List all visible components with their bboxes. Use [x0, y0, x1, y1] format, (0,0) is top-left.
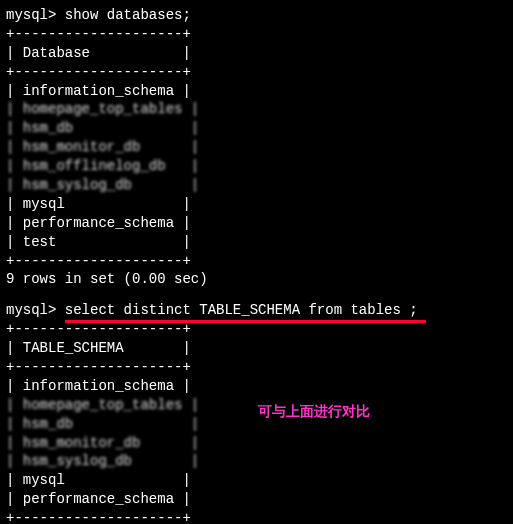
- prompt-line-1[interactable]: mysql> show databases;: [6, 6, 507, 25]
- table1-row: | hsm_offlinelog_db |: [6, 157, 507, 176]
- table1-row: | performance_schema |: [6, 214, 507, 233]
- command-2-text: select distinct TABLE_SCHEMA from tables…: [65, 301, 418, 320]
- table1-row: | hsm_db |: [6, 119, 507, 138]
- prompt-line-2[interactable]: mysql> select distinct TABLE_SCHEMA from…: [6, 301, 507, 320]
- table1-row: | test |: [6, 233, 507, 252]
- table2-row: | performance_schema |: [6, 490, 507, 509]
- table2-border-hdr: +--------------------+: [6, 358, 507, 377]
- table2-row: | hsm_monitor_db |: [6, 434, 507, 453]
- table1-row: | hsm_monitor_db |: [6, 138, 507, 157]
- table1-row: | mysql |: [6, 195, 507, 214]
- table2-row: | mysql |: [6, 471, 507, 490]
- table2-header: | TABLE_SCHEMA |: [6, 339, 507, 358]
- table1-border-top: +--------------------+: [6, 25, 507, 44]
- table1-row: | hsm_syslog_db |: [6, 176, 507, 195]
- command-1-text: show databases;: [65, 7, 191, 23]
- result1: 9 rows in set (0.00 sec): [6, 270, 507, 289]
- red-underline: [65, 320, 426, 323]
- table1-row: | homepage_top_tables |: [6, 100, 507, 119]
- table2-row: | homepage_top_tables |: [6, 396, 507, 415]
- mysql-prompt: mysql>: [6, 302, 65, 318]
- annotation-text: 可与上面进行对比: [258, 402, 370, 421]
- table1-border-hdr: +--------------------+: [6, 63, 507, 82]
- mysql-prompt: mysql>: [6, 7, 65, 23]
- table1-header: | Database |: [6, 44, 507, 63]
- table2-border-bot: +--------------------+: [6, 509, 507, 524]
- table1-row: | information_schema |: [6, 82, 507, 101]
- table2-row: | information_schema |: [6, 377, 507, 396]
- table2-row: | hsm_db |: [6, 415, 507, 434]
- terminal-root: mysql> show databases; +----------------…: [6, 6, 507, 524]
- table1-border-bot: +--------------------+: [6, 252, 507, 271]
- table2-row: | hsm_syslog_db |: [6, 452, 507, 471]
